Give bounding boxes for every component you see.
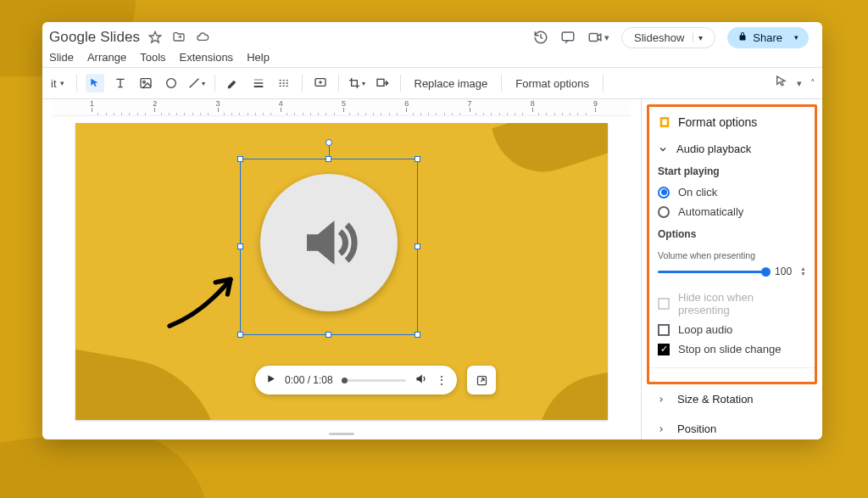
lock-icon bbox=[737, 31, 748, 44]
workspace: 123456789 bbox=[42, 99, 822, 439]
volume-value[interactable]: 100 bbox=[773, 266, 792, 277]
position-section[interactable]: Position bbox=[642, 414, 822, 439]
chevron-down-icon[interactable]: ▾ bbox=[693, 33, 703, 42]
checkbox-hide-icon: Hide icon when presenting bbox=[658, 288, 806, 320]
line-weight-tool[interactable] bbox=[249, 74, 268, 92]
checkbox-loop-audio[interactable]: Loop audio bbox=[658, 320, 806, 339]
svg-rect-3 bbox=[141, 79, 151, 88]
checkbox-icon: ✓ bbox=[658, 344, 670, 355]
format-options-button[interactable]: Format options bbox=[510, 77, 594, 90]
share-button[interactable]: Share ▾ bbox=[727, 27, 809, 48]
crop-tool[interactable]: ▾ bbox=[348, 74, 366, 92]
chevron-down-icon: ▾ bbox=[202, 80, 205, 87]
chevron-down-icon[interactable]: ▾ bbox=[797, 78, 802, 89]
chevron-down-icon: ▾ bbox=[362, 80, 365, 87]
radio-automatically[interactable]: Automatically bbox=[658, 202, 806, 221]
shape-tool[interactable] bbox=[162, 74, 181, 92]
slide-decoration bbox=[75, 345, 236, 420]
size-rotation-section[interactable]: Size & Rotation bbox=[642, 384, 822, 414]
player-time: 0:00 / 1:08 bbox=[285, 374, 333, 386]
svg-rect-10 bbox=[662, 120, 666, 126]
move-folder-icon[interactable] bbox=[172, 31, 186, 44]
svg-point-4 bbox=[142, 81, 145, 83]
zoom-fit-label: it bbox=[51, 77, 57, 90]
panel-resize-handle[interactable] bbox=[42, 428, 641, 439]
app-title: Google Slides bbox=[49, 29, 140, 46]
collapse-toolbar-icon[interactable]: ˄ bbox=[810, 78, 815, 89]
meet-button[interactable]: ▾ bbox=[587, 30, 609, 45]
options-label: Options bbox=[658, 227, 806, 245]
svg-rect-7 bbox=[377, 79, 384, 86]
slide-canvas[interactable]: 0:00 / 1:08 ⋮ bbox=[75, 123, 608, 420]
seek-slider[interactable] bbox=[342, 379, 406, 382]
resize-handle[interactable] bbox=[326, 156, 331, 162]
cursor-mode-icon[interactable] bbox=[775, 75, 788, 92]
menu-extensions[interactable]: Extensions bbox=[180, 51, 234, 64]
menu-tools[interactable]: Tools bbox=[140, 51, 165, 64]
share-label: Share bbox=[753, 31, 782, 44]
volume-stepper[interactable]: ▲▼ bbox=[800, 266, 806, 277]
zoom-fit-select[interactable]: it ▾ bbox=[49, 77, 68, 90]
resize-handle[interactable] bbox=[237, 156, 243, 162]
svg-point-5 bbox=[166, 79, 175, 88]
resize-handle[interactable] bbox=[415, 243, 420, 249]
volume-slider[interactable] bbox=[658, 271, 766, 273]
menu-help[interactable]: Help bbox=[247, 51, 270, 64]
star-icon[interactable] bbox=[148, 31, 162, 44]
svg-rect-2 bbox=[589, 34, 598, 42]
titlebar: Google Slides ▾ Sli bbox=[42, 22, 822, 51]
chevron-down-icon: ▾ bbox=[604, 32, 609, 43]
select-tool[interactable] bbox=[86, 74, 104, 92]
checkbox-stop-on-change[interactable]: ✓ Stop on slide change bbox=[658, 339, 806, 359]
reset-image-tool[interactable] bbox=[373, 74, 392, 92]
resize-handle[interactable] bbox=[237, 243, 243, 249]
rotate-handle[interactable] bbox=[326, 139, 332, 146]
volume-icon[interactable] bbox=[415, 372, 427, 388]
play-icon[interactable] bbox=[265, 373, 276, 387]
replace-image-button[interactable]: Replace image bbox=[409, 77, 493, 90]
title-status-icons bbox=[148, 31, 209, 44]
volume-label: Volume when presenting bbox=[658, 245, 806, 262]
resize-handle[interactable] bbox=[415, 156, 420, 162]
format-options-title: Format options bbox=[658, 112, 806, 137]
chevron-right-icon bbox=[657, 425, 665, 434]
toolbar: it ▾ ▾ bbox=[42, 67, 822, 99]
more-icon[interactable]: ⋮ bbox=[436, 373, 447, 387]
menu-slide[interactable]: Slide bbox=[49, 51, 74, 64]
cloud-status-icon[interactable] bbox=[196, 31, 209, 44]
chevron-down-icon[interactable]: ▾ bbox=[789, 33, 798, 42]
slides-icon bbox=[658, 115, 671, 129]
annotation-arrow bbox=[157, 267, 250, 335]
chevron-down-icon bbox=[658, 144, 668, 154]
format-options-sidebar: Format options Audio playback Start play… bbox=[641, 99, 822, 439]
horizontal-ruler: 123456789 bbox=[53, 99, 631, 116]
image-tool[interactable] bbox=[136, 74, 155, 92]
start-playing-label: Start playing bbox=[658, 164, 806, 182]
audio-playback-section[interactable]: Audio playback bbox=[658, 137, 806, 164]
selection-box[interactable] bbox=[240, 159, 418, 335]
checkbox-icon bbox=[658, 298, 670, 310]
textbox-tool[interactable] bbox=[111, 74, 130, 92]
svg-marker-0 bbox=[149, 31, 160, 42]
slide-decoration bbox=[526, 367, 608, 420]
audio-player[interactable]: 0:00 / 1:08 ⋮ bbox=[255, 366, 457, 394]
menu-arrange[interactable]: Arrange bbox=[87, 51, 126, 64]
format-options-highlight: Format options Audio playback Start play… bbox=[647, 104, 817, 384]
resize-handle[interactable] bbox=[415, 332, 420, 338]
radio-on-click[interactable]: On click bbox=[658, 182, 806, 202]
slideshow-button[interactable]: Slideshow ▾ bbox=[621, 27, 715, 48]
popout-button[interactable] bbox=[467, 366, 496, 394]
line-tool[interactable]: ▾ bbox=[187, 74, 206, 92]
svg-rect-1 bbox=[562, 32, 574, 41]
slide-decoration bbox=[492, 123, 608, 185]
comments-icon[interactable] bbox=[560, 30, 576, 45]
checkbox-icon bbox=[658, 324, 670, 336]
menubar: Slide Arrange Tools Extensions Help bbox=[42, 51, 822, 67]
resize-handle[interactable] bbox=[326, 332, 331, 338]
canvas-area: 123456789 bbox=[42, 99, 641, 439]
chevron-down-icon: ▾ bbox=[60, 79, 64, 87]
line-dash-tool[interactable] bbox=[275, 74, 293, 92]
pen-color-tool[interactable] bbox=[224, 74, 242, 92]
history-icon[interactable] bbox=[533, 30, 548, 45]
add-comment-tool[interactable] bbox=[311, 74, 330, 92]
